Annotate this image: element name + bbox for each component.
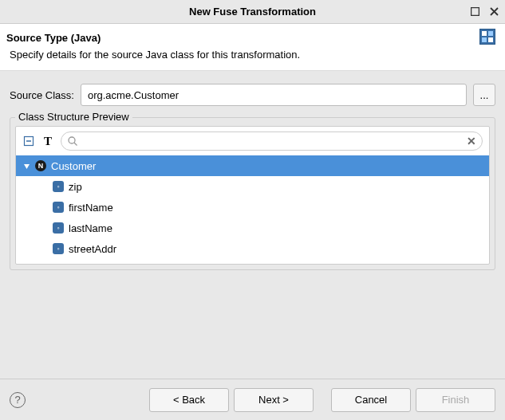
maximize-button[interactable] (468, 6, 481, 18)
svg-rect-0 (471, 8, 479, 16)
browse-button[interactable]: ... (473, 84, 495, 106)
window-title: New Fuse Transformation (189, 6, 316, 18)
collapse-all-icon[interactable] (22, 135, 35, 147)
svg-rect-2 (488, 31, 493, 36)
class-tree[interactable]: N Customer ◦ zip ◦ firstName ◦ lastName … (16, 155, 489, 264)
next-button[interactable]: Next > (234, 388, 314, 412)
field-icon: ◦ (53, 222, 64, 234)
header-text: Source Type (Java) Specify details for t… (6, 32, 479, 61)
toggle-types-icon[interactable]: T (41, 135, 54, 147)
tree-field-row[interactable]: ◦ zip (16, 176, 489, 197)
tree-root-row[interactable]: N Customer (16, 155, 489, 176)
field-icon: ◦ (53, 181, 64, 192)
svg-rect-4 (488, 37, 493, 42)
form-area: Source Class: ... Class Structure Previe… (0, 71, 505, 280)
class-icon: N (35, 160, 46, 171)
tree-node-label: lastName (69, 222, 112, 234)
titlebar-controls (468, 6, 500, 18)
svg-rect-1 (482, 31, 487, 36)
wizard-footer: ? < Back Next > Cancel Finish (0, 379, 505, 420)
source-class-label: Source Class: (10, 89, 74, 101)
expand-arrow-icon[interactable] (22, 163, 30, 170)
class-structure-fieldset: Class Structure Preview T ✕ (10, 117, 495, 270)
fieldset-legend: Class Structure Preview (15, 111, 132, 123)
preview-toolbar: T ✕ (16, 127, 489, 155)
tree-field-row[interactable]: ◦ lastName (16, 218, 489, 238)
close-button[interactable] (487, 6, 500, 18)
tree-field-row[interactable]: ◦ firstName (16, 197, 489, 218)
back-button[interactable]: < Back (149, 388, 229, 412)
footer-buttons: < Back Next > Cancel Finish (149, 388, 495, 412)
field-icon: ◦ (53, 243, 64, 254)
tree-node-label: Customer (51, 160, 96, 172)
search-wrapper: ✕ (61, 131, 483, 151)
source-class-input[interactable] (81, 84, 467, 106)
source-class-row: Source Class: ... (10, 84, 495, 106)
help-button[interactable]: ? (10, 392, 26, 408)
page-title: Source Type (Java) (6, 32, 479, 44)
svg-rect-3 (482, 37, 487, 42)
clear-search-icon[interactable]: ✕ (465, 135, 478, 147)
tree-field-row[interactable]: ◦ streetAddr (16, 238, 489, 259)
preview-box: T ✕ N Customer ◦ (15, 126, 490, 265)
titlebar: New Fuse Transformation (0, 0, 505, 24)
tree-node-label: streetAddr (69, 243, 116, 255)
cancel-button[interactable]: Cancel (331, 388, 411, 412)
wizard-banner-icon (479, 29, 495, 45)
tree-node-label: zip (69, 181, 82, 193)
page-subtitle: Specify details for the source Java clas… (6, 49, 479, 61)
tree-node-label: firstName (69, 202, 113, 214)
field-icon: ◦ (53, 202, 64, 213)
wizard-header: Source Type (Java) Specify details for t… (0, 24, 505, 71)
finish-button: Finish (416, 388, 495, 412)
search-input[interactable] (61, 131, 483, 151)
